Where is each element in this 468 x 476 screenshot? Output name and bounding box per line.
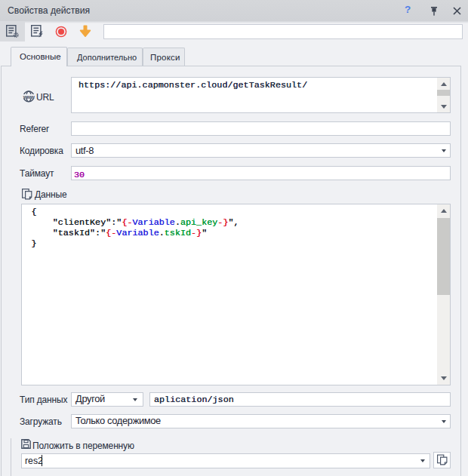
svg-text:www: www (23, 94, 35, 100)
